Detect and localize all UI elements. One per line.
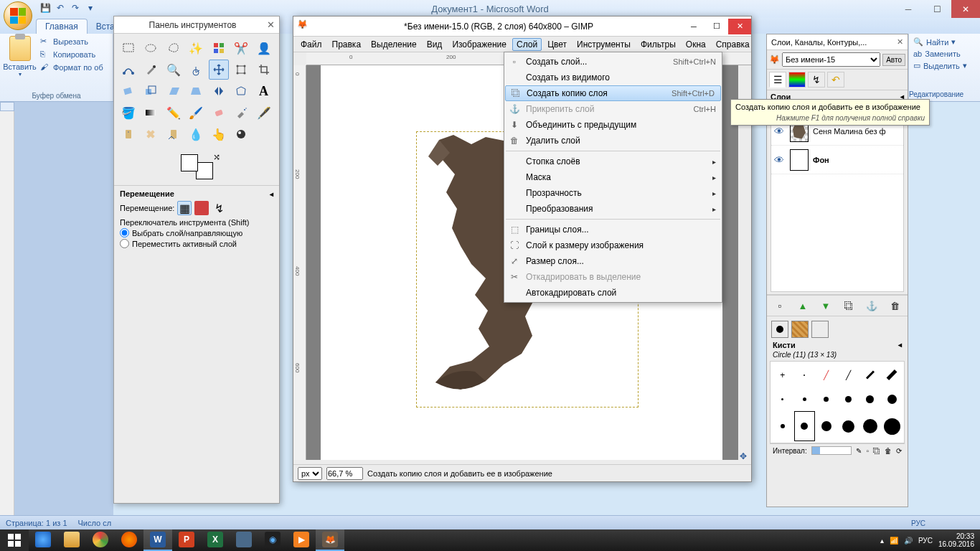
tray-up-icon[interactable]: ▴ <box>880 537 884 545</box>
ink-tool[interactable]: 🖋️ <box>254 103 274 123</box>
menu-layer-resize[interactable]: ⤢Размер слоя... <box>504 253 722 269</box>
heal-tool[interactable] <box>141 124 161 144</box>
rotate-tool[interactable] <box>118 81 138 101</box>
task-explorer[interactable] <box>57 529 86 551</box>
shear-tool[interactable] <box>164 81 184 101</box>
menu-transparency[interactable]: Прозрачность▸ <box>504 185 722 201</box>
cut-button[interactable]: ✂Вырезать <box>39 36 105 47</box>
menu-windows[interactable]: Окна <box>682 38 710 51</box>
swap-colors-icon[interactable]: ⤭ <box>213 152 220 162</box>
close-button[interactable]: ✕ <box>951 0 980 18</box>
bg-color-swatch[interactable] <box>196 162 213 179</box>
brush-cell[interactable] <box>794 363 816 387</box>
brush-cell[interactable] <box>859 363 881 387</box>
qat-dropdown-icon[interactable]: ▾ <box>85 2 96 14</box>
ellipse-select-tool[interactable] <box>141 38 161 58</box>
image-titlebar[interactable]: 🦊 *Без имени-15.0 (RGB, 2 слоя) 640x800 … <box>293 17 751 37</box>
brush-cell[interactable] <box>816 387 837 410</box>
paths-tool[interactable] <box>118 60 138 80</box>
menu-view[interactable]: Вид <box>423 38 447 51</box>
perspective-tool[interactable] <box>186 81 206 101</box>
fuzzy-select-tool[interactable]: ✨ <box>186 38 206 58</box>
status-page[interactable]: Страница: 1 из 1 <box>6 519 67 527</box>
menu-file[interactable]: Файл <box>296 38 326 51</box>
brush-cell[interactable]: ╱ <box>816 363 837 387</box>
tab-home[interactable]: Главная <box>36 19 88 34</box>
image-maximize-button[interactable]: ☐ <box>705 19 728 34</box>
brush-dup-icon[interactable]: ⿻ <box>873 447 880 455</box>
align-tool[interactable] <box>231 60 251 80</box>
menu-select[interactable]: Выделение <box>367 38 421 51</box>
brush-cell[interactable] <box>882 387 903 410</box>
perspective-clone-tool[interactable] <box>164 124 184 144</box>
layer-name[interactable]: Сеня Малина без ф <box>813 127 886 136</box>
scissors-tool[interactable]: ✂️ <box>231 38 251 58</box>
raise-layer-icon[interactable]: ▲ <box>796 298 810 313</box>
menu-transform[interactable]: Преобразования▸ <box>504 201 722 217</box>
move-selection-mode[interactable] <box>194 201 209 215</box>
blur-tool[interactable]: 💧 <box>186 124 206 144</box>
airbrush-tool[interactable] <box>231 103 251 123</box>
start-button[interactable] <box>0 529 29 551</box>
smudge-tool[interactable]: 👆 <box>209 124 229 144</box>
anchor-layer-button-icon[interactable]: ⚓ <box>864 298 879 313</box>
brush-cell[interactable] <box>772 387 793 410</box>
word-language-indicator[interactable]: РУС <box>908 517 928 529</box>
image-close-button[interactable]: ✕ <box>728 19 751 34</box>
layer-name[interactable]: Фон <box>813 156 829 164</box>
image-minimize-button[interactable]: ─ <box>682 19 705 34</box>
image-dropdown[interactable]: Без имени-15 <box>782 52 880 67</box>
opt-pick-layer[interactable]: Выбрать слой/направляющую <box>120 228 273 237</box>
move-layer-mode[interactable]: ▦ <box>177 201 192 215</box>
brush-cell[interactable] <box>882 411 903 441</box>
lower-layer-icon[interactable]: ▼ <box>819 298 833 313</box>
task-powerpoint[interactable]: P <box>172 529 201 551</box>
menu-merge-down[interactable]: ⬇Объединить с предыдущим <box>504 117 722 133</box>
menu-from-visible[interactable]: Создать из видимого <box>504 70 722 85</box>
brush-cell[interactable] <box>838 387 859 410</box>
tool-options-menu-icon[interactable]: ◂ <box>270 190 273 198</box>
brush-cell[interactable]: ╱ <box>838 363 859 387</box>
free-select-tool[interactable] <box>164 38 184 58</box>
canvas-nav-icon[interactable]: ✥ <box>740 451 750 461</box>
paintbrush-tool[interactable]: 🖌️ <box>186 103 206 123</box>
zoom-tool[interactable]: 🔍 <box>164 60 184 80</box>
save-icon[interactable]: 💾 <box>39 2 51 14</box>
brush-refresh-icon[interactable]: ⟳ <box>896 447 902 455</box>
menu-new-layer[interactable]: ▫Создать слой...Shift+Ctrl+N <box>504 54 722 70</box>
menu-layer-to-image[interactable]: ⛶Слой к размеру изображения <box>504 237 722 253</box>
brushes-menu-icon[interactable]: ◂ <box>898 341 902 349</box>
maximize-button[interactable]: ☐ <box>923 0 951 18</box>
blend-tool[interactable] <box>141 103 161 123</box>
clone-tool[interactable] <box>118 124 138 144</box>
brush-del-icon[interactable]: 🗑 <box>885 447 892 455</box>
delete-layer-button-icon[interactable]: 🗑 <box>887 298 902 313</box>
menu-help[interactable]: Справка <box>712 38 754 51</box>
cage-tool[interactable] <box>231 81 251 101</box>
pencil-tool[interactable]: ✏️ <box>164 103 184 123</box>
scale-tool[interactable] <box>141 81 161 101</box>
layer-row[interactable]: 👁 Фон <box>771 146 903 174</box>
text-tool[interactable]: A <box>254 81 274 101</box>
task-media2[interactable]: ▶ <box>287 529 316 551</box>
active-gradient-swatch[interactable] <box>811 321 829 338</box>
task-chrome[interactable] <box>86 529 115 551</box>
menu-stack[interactable]: Стопка слоёв▸ <box>504 154 722 169</box>
undo-icon[interactable]: ↶ <box>55 2 66 14</box>
menu-image[interactable]: Изображение <box>448 38 511 51</box>
menu-layer-boundary[interactable]: ⬚Границы слоя... <box>504 222 722 237</box>
active-pattern-swatch[interactable] <box>791 321 809 338</box>
menu-filters[interactable]: Фильтры <box>636 38 680 51</box>
flip-tool[interactable] <box>209 81 229 101</box>
visibility-eye-icon[interactable]: 👁 <box>774 126 786 137</box>
menu-edit[interactable]: Правка <box>328 38 366 51</box>
tab-channels-icon[interactable] <box>788 72 806 88</box>
toolbox-close-icon[interactable]: ✕ <box>267 19 275 30</box>
visibility-eye-icon[interactable]: 👁 <box>774 154 786 166</box>
eraser-tool[interactable] <box>209 103 229 123</box>
brush-cell[interactable] <box>794 387 816 410</box>
by-color-select-tool[interactable] <box>209 38 229 58</box>
redo-icon[interactable]: ↷ <box>70 2 81 14</box>
brush-cell[interactable] <box>794 411 816 441</box>
brush-cell[interactable] <box>882 363 903 387</box>
